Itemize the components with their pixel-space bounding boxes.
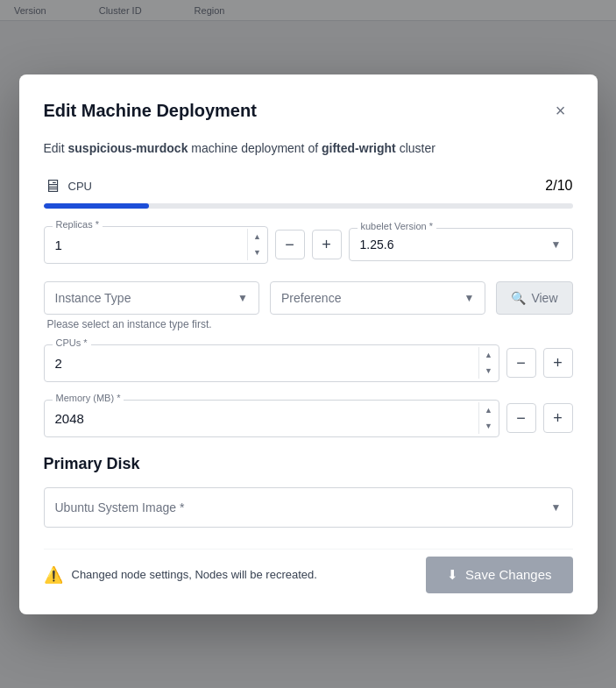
- cpu-progress-fill: [44, 203, 150, 209]
- kubelet-chevron-icon: ▼: [551, 238, 562, 251]
- kubelet-label: kubelet Version *: [358, 221, 437, 231]
- cpus-minus-button[interactable]: −: [506, 348, 536, 378]
- memory-minus-button[interactable]: −: [506, 403, 536, 433]
- replicas-spinner: ▲ ▼: [247, 229, 267, 260]
- cpu-label-text: CPU: [68, 180, 92, 193]
- instance-type-chevron-icon: ▼: [237, 292, 248, 304]
- primary-disk-title: Primary Disk: [44, 455, 573, 473]
- preference-chevron-icon: ▼: [464, 292, 475, 304]
- instance-type-row: Instance Type ▼ Preference ▼ 🔍 View: [44, 281, 573, 315]
- cpus-input[interactable]: [45, 345, 478, 381]
- memory-row: Memory (MB) * ▲ ▼ − +: [44, 400, 573, 437]
- memory-spin-up[interactable]: ▲: [479, 402, 499, 418]
- cpu-progress-bar: [44, 203, 573, 209]
- cpu-count: 2/10: [545, 178, 572, 194]
- disk-select[interactable]: Ubuntu System Image * ▼: [44, 487, 573, 528]
- close-button[interactable]: ×: [549, 99, 573, 124]
- view-button[interactable]: 🔍 View: [496, 281, 572, 315]
- kubelet-field: kubelet Version * 1.25.6 ▼: [349, 228, 573, 261]
- preference-placeholder: Preference: [281, 291, 464, 305]
- cpus-row: CPUs * ▲ ▼ − +: [44, 344, 573, 382]
- replicas-spin-down[interactable]: ▼: [248, 245, 267, 260]
- disk-placeholder: Ubuntu System Image *: [55, 500, 551, 514]
- cpus-spin-down[interactable]: ▼: [479, 363, 499, 379]
- cluster-name: gifted-wright: [322, 141, 396, 155]
- modal-overlay: Edit Machine Deployment × Edit suspiciou…: [0, 0, 616, 688]
- save-label: Save Changes: [465, 567, 551, 582]
- memory-spinner: ▲ ▼: [478, 402, 499, 434]
- memory-label: Memory (MB) *: [53, 393, 124, 403]
- kubelet-value: 1.25.6: [360, 238, 551, 252]
- modal-header: Edit Machine Deployment ×: [44, 99, 573, 124]
- preference-field: Preference ▼: [270, 281, 485, 315]
- disk-chevron-icon: ▼: [551, 501, 562, 514]
- replicas-label: Replicas *: [53, 219, 103, 230]
- instance-type-select[interactable]: Instance Type ▼: [44, 281, 259, 315]
- edit-modal: Edit Machine Deployment × Edit suspiciou…: [19, 74, 598, 614]
- preference-select[interactable]: Preference ▼: [270, 281, 485, 315]
- search-icon: 🔍: [511, 291, 526, 305]
- preference-hint: Please select an instance type first.: [44, 318, 573, 330]
- instance-type-placeholder: Instance Type: [55, 291, 238, 305]
- replicas-input-wrap: ▲ ▼: [44, 226, 268, 264]
- warning-text: Changed node settings, Nodes will be rec…: [72, 568, 317, 581]
- instance-type-field: Instance Type ▼: [44, 281, 259, 315]
- cpu-icon: 🖥: [44, 176, 61, 196]
- cpus-plus-button[interactable]: +: [543, 348, 573, 378]
- warning-area: ⚠️ Changed node settings, Nodes will be …: [44, 565, 317, 585]
- modal-subtitle: Edit suspicious-murdock machine deployme…: [44, 141, 573, 155]
- memory-input-wrap: ▲ ▼: [44, 400, 499, 437]
- kubelet-select[interactable]: 1.25.6 ▼: [349, 228, 573, 261]
- memory-plus-button[interactable]: +: [543, 403, 573, 433]
- replicas-row: Replicas * ▲ ▼ − + kubelet Version * 1.2…: [44, 226, 573, 264]
- replicas-minus-button[interactable]: −: [275, 230, 305, 259]
- save-button[interactable]: ⬇ Save Changes: [426, 557, 572, 593]
- modal-title: Edit Machine Deployment: [44, 101, 257, 121]
- warning-icon: ⚠️: [44, 565, 63, 585]
- replicas-spin-up[interactable]: ▲: [248, 229, 267, 245]
- cpus-spin-up[interactable]: ▲: [479, 347, 499, 363]
- replicas-plus-button[interactable]: +: [312, 230, 342, 259]
- cpus-label: CPUs *: [53, 337, 91, 348]
- modal-footer: ⚠️ Changed node settings, Nodes will be …: [44, 549, 573, 593]
- deployment-name: suspicious-murdock: [68, 141, 188, 155]
- cpu-section: 🖥 CPU 2/10: [44, 176, 573, 209]
- cpus-spinner: ▲ ▼: [478, 347, 499, 379]
- cpus-field: CPUs * ▲ ▼: [44, 344, 499, 382]
- save-icon: ⬇: [447, 567, 458, 583]
- replicas-field: Replicas * ▲ ▼: [44, 226, 268, 264]
- memory-spin-down[interactable]: ▼: [479, 418, 499, 434]
- view-btn-label: View: [531, 291, 557, 305]
- replicas-input[interactable]: [45, 227, 247, 263]
- cpus-input-wrap: ▲ ▼: [44, 344, 499, 382]
- memory-input[interactable]: [45, 401, 478, 436]
- memory-field: Memory (MB) * ▲ ▼: [44, 400, 499, 437]
